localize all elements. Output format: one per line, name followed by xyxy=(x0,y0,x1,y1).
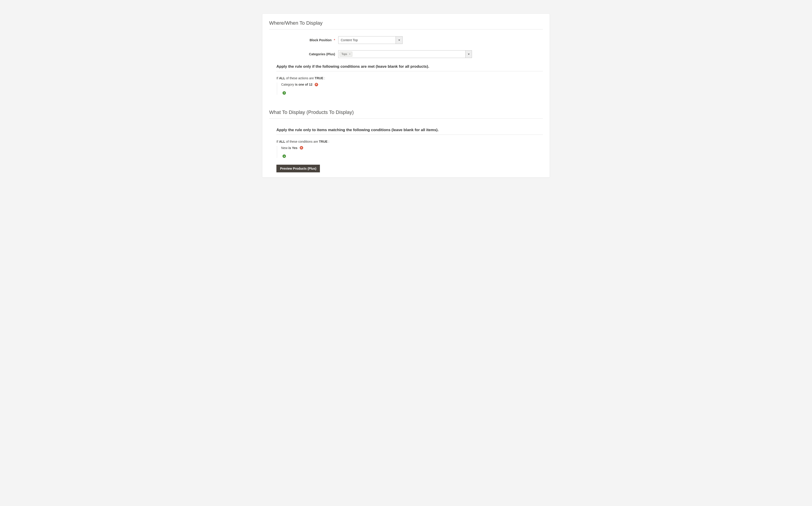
rule-cond-attribute[interactable]: New xyxy=(281,146,288,150)
rule-aggregator[interactable]: ALL xyxy=(279,76,285,80)
rule-cond-operator[interactable]: is one of xyxy=(295,83,308,86)
categories-chip-tops[interactable]: Tops × xyxy=(340,52,352,57)
rule-cond-value[interactable]: Yes xyxy=(292,146,298,150)
rule-condition-where-1: Category is one of 12 ✕ xyxy=(281,83,543,86)
rule-text: If xyxy=(276,140,279,143)
settings-card: Where/When To Display Block Position * C… xyxy=(262,14,550,178)
block-position-label-col: Block Position * xyxy=(269,38,338,42)
block-position-label: Block Position xyxy=(310,38,331,42)
rule-where-sentence: If ALL of these actions are TRUE : xyxy=(276,76,543,80)
add-condition-button[interactable]: ＋ xyxy=(282,91,286,95)
rule-cond-attribute[interactable]: Category xyxy=(281,83,294,86)
rule-value[interactable]: TRUE xyxy=(319,140,328,143)
chevron-down-icon xyxy=(468,54,470,55)
rule-where-heading: Apply the rule only if the following con… xyxy=(276,64,543,71)
rule-what-heading: Apply the rule only to items matching th… xyxy=(276,128,543,135)
categories-label: Categories (Plus) xyxy=(309,52,335,56)
rule-text: : xyxy=(323,76,325,80)
rule-text: of these actions are xyxy=(285,76,315,80)
rule-cond-value[interactable]: 12 xyxy=(309,83,312,86)
rule-tree-what: New is Yes ✕ ＋ xyxy=(277,146,543,158)
rule-condition-what-1: New is Yes ✕ xyxy=(281,146,543,150)
rule-value[interactable]: TRUE xyxy=(315,76,323,80)
rule-text: of these conditions are xyxy=(285,140,319,143)
categories-caret[interactable] xyxy=(465,51,472,58)
categories-label-col: Categories (Plus) xyxy=(269,52,338,56)
block-position-select[interactable]: Content Top xyxy=(338,36,403,44)
rule-block-where: Apply the rule only if the following con… xyxy=(269,64,543,95)
section-what-display-title: What To Display (Products To Display) xyxy=(269,109,543,119)
rule-text: : xyxy=(328,140,329,143)
remove-condition-button[interactable]: ✕ xyxy=(300,146,303,150)
block-position-caret[interactable] xyxy=(396,36,402,44)
add-condition-button[interactable]: ＋ xyxy=(282,155,286,158)
rule-cond-operator[interactable]: is xyxy=(289,146,291,150)
categories-chip-label: Tops xyxy=(341,53,347,56)
required-mark: * xyxy=(334,38,335,42)
categories-multiselect[interactable]: Tops × xyxy=(338,50,472,58)
rule-aggregator[interactable]: ALL xyxy=(279,140,285,143)
rule-tree-where: Category is one of 12 ✕ ＋ xyxy=(277,83,543,95)
rule-what-sentence: If ALL of these conditions are TRUE : xyxy=(276,140,543,143)
section-where-when-title: Where/When To Display xyxy=(269,20,543,29)
field-block-position: Block Position * Content Top xyxy=(269,36,543,44)
remove-condition-button[interactable]: ✕ xyxy=(315,83,318,86)
rule-block-what: Apply the rule only to items matching th… xyxy=(269,128,543,158)
preview-products-button[interactable]: Preview Products (Plus) xyxy=(276,165,320,172)
chevron-down-icon xyxy=(398,39,400,41)
close-icon[interactable]: × xyxy=(349,53,350,56)
block-position-value: Content Top xyxy=(338,36,396,44)
field-categories: Categories (Plus) Tops × xyxy=(269,50,543,58)
rule-text: If xyxy=(276,76,279,80)
